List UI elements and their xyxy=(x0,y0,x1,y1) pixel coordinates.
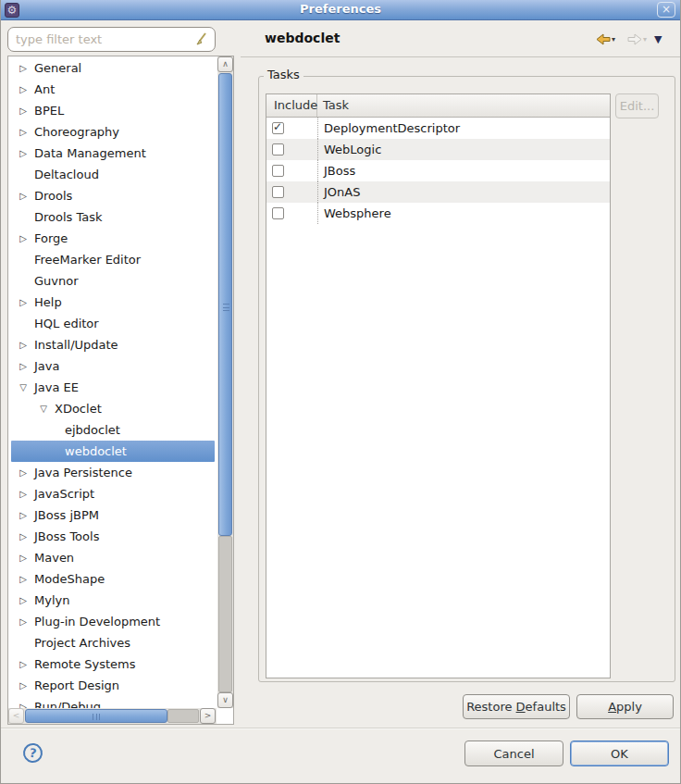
table-row[interactable]: ✓WebLogic xyxy=(266,139,610,160)
tree-item-hql-editor[interactable]: HQL editor xyxy=(11,313,215,334)
tree-item-bpel[interactable]: ▷BPEL xyxy=(11,100,215,121)
tree-item-java-ee[interactable]: ▽Java EE xyxy=(11,377,215,398)
tree-item-label: Drools xyxy=(34,185,72,206)
table-body: ✓DeploymentDescriptor✓WebLogic✓JBoss✓JOn… xyxy=(266,118,610,224)
forward-dropdown-icon[interactable]: ▾ xyxy=(643,35,647,44)
tree-item-java-persistence[interactable]: ▷Java Persistence xyxy=(11,462,215,483)
tree-item-jboss-tools[interactable]: ▷JBoss Tools xyxy=(11,526,215,547)
tree-item-report-design[interactable]: ▷Report Design xyxy=(11,675,215,696)
apply-button[interactable]: Apply xyxy=(576,694,674,719)
scroll-left-icon[interactable]: < xyxy=(8,708,24,724)
include-checkbox[interactable]: ✓ xyxy=(272,122,284,134)
vertical-scrollbar-thumb[interactable] xyxy=(218,73,232,536)
tree-item-xdoclet[interactable]: ▽XDoclet xyxy=(11,398,215,419)
collapse-arrow-icon[interactable]: ▽ xyxy=(39,398,48,419)
scroll-up-icon[interactable]: ∧ xyxy=(217,56,233,72)
expand-arrow-icon[interactable]: ▷ xyxy=(19,696,28,708)
tree-item-java[interactable]: ▷Java xyxy=(11,355,215,377)
scrollbar-grip xyxy=(93,714,100,720)
collapse-arrow-icon[interactable]: ▽ xyxy=(19,377,28,398)
titlebar[interactable]: ⚙ Preferences × xyxy=(1,0,680,20)
forward-button[interactable]: ▾ xyxy=(627,30,647,48)
tree-rows: ▷General▷Ant▷BPEL▷Choreography▷Data Mana… xyxy=(8,56,217,708)
table-row[interactable]: ✓Websphere xyxy=(266,203,610,224)
tree-item-freemarker-editor[interactable]: FreeMarker Editor xyxy=(11,249,215,270)
expand-arrow-icon[interactable]: ▷ xyxy=(19,590,28,611)
tree-item-label: Java EE xyxy=(34,377,79,398)
expand-arrow-icon[interactable]: ▷ xyxy=(19,185,28,206)
tree-item-deltacloud[interactable]: Deltacloud xyxy=(11,164,215,185)
table-row[interactable]: ✓DeploymentDescriptor xyxy=(266,118,610,139)
tree-item-webdoclet[interactable]: webdoclet xyxy=(11,441,215,462)
tree-item-drools[interactable]: ▷Drools xyxy=(11,185,215,206)
column-header-include[interactable]: Include xyxy=(266,94,317,117)
expand-arrow-icon[interactable]: ▷ xyxy=(19,57,28,79)
tree-item-choreography[interactable]: ▷Choreography xyxy=(11,121,215,143)
expand-arrow-icon[interactable]: ▷ xyxy=(19,504,28,526)
tree-item-maven[interactable]: ▷Maven xyxy=(11,547,215,568)
tree-item-drools-task[interactable]: Drools Task xyxy=(11,206,215,228)
tree-item-ant[interactable]: ▷Ant xyxy=(11,79,215,100)
expand-arrow-icon[interactable]: ▷ xyxy=(19,143,28,164)
tree-item-plug-in-development[interactable]: ▷Plug-in Development xyxy=(11,611,215,632)
task-cell: JOnAS xyxy=(317,181,610,203)
view-menu-button[interactable]: ▼ xyxy=(654,30,662,48)
scroll-right-icon[interactable]: > xyxy=(200,708,216,724)
expand-arrow-icon[interactable]: ▷ xyxy=(19,228,28,249)
tree-item-label: Drools Task xyxy=(34,206,103,228)
restore-defaults-button[interactable]: Restore Defaults xyxy=(463,694,570,719)
help-button[interactable]: ? xyxy=(22,742,44,765)
expand-arrow-icon[interactable]: ▷ xyxy=(19,526,28,547)
close-icon[interactable]: × xyxy=(657,2,675,18)
include-checkbox[interactable]: ✓ xyxy=(272,165,284,177)
expand-arrow-icon[interactable]: ▷ xyxy=(19,611,28,632)
tree-horizontal-scrollbar[interactable]: < > xyxy=(8,708,217,724)
back-dropdown-icon[interactable]: ▾ xyxy=(612,35,615,44)
ok-button[interactable]: OK xyxy=(570,740,669,766)
tree-item-forge[interactable]: ▷Forge xyxy=(11,228,215,249)
table-row[interactable]: ✓JBoss xyxy=(266,160,610,181)
expand-arrow-icon[interactable]: ▷ xyxy=(19,355,28,377)
tree-item-run-debug[interactable]: ▷Run/Debug xyxy=(11,696,215,708)
tree-item-general[interactable]: ▷General xyxy=(11,57,215,79)
table-row[interactable]: ✓JOnAS xyxy=(266,181,610,203)
expand-arrow-icon[interactable]: ▷ xyxy=(19,79,28,100)
expand-arrow-icon[interactable]: ▷ xyxy=(19,121,28,143)
tree-item-modeshape[interactable]: ▷ModeShape xyxy=(11,568,215,590)
tree-item-label: Help xyxy=(34,292,62,313)
tree-item-guvnor[interactable]: Guvnor xyxy=(11,270,215,292)
tree-vertical-scrollbar[interactable]: ∧ ∨ xyxy=(217,56,233,708)
horizontal-scrollbar-track[interactable] xyxy=(167,709,199,723)
include-checkbox[interactable]: ✓ xyxy=(272,207,284,219)
scroll-down-icon[interactable]: ∨ xyxy=(217,692,233,708)
tree-item-mylyn[interactable]: ▷Mylyn xyxy=(11,590,215,611)
expand-arrow-icon[interactable]: ▷ xyxy=(19,334,28,355)
tree-item-jboss-jbpm[interactable]: ▷JBoss jBPM xyxy=(11,504,215,526)
back-button[interactable]: ▾ xyxy=(596,30,615,48)
tree-item-project-archives[interactable]: Project Archives xyxy=(11,632,215,653)
clear-filter-icon[interactable] xyxy=(193,31,208,46)
tree-item-javascript[interactable]: ▷JavaScript xyxy=(11,483,215,504)
include-checkbox[interactable]: ✓ xyxy=(272,186,284,198)
tree-item-install-update[interactable]: ▷Install/Update xyxy=(11,334,215,355)
expand-arrow-icon[interactable]: ▷ xyxy=(19,653,28,675)
cancel-button[interactable]: Cancel xyxy=(464,740,563,766)
expand-arrow-icon[interactable]: ▷ xyxy=(19,462,28,483)
tree-item-ejbdoclet[interactable]: ejbdoclet xyxy=(11,419,215,441)
expand-arrow-icon[interactable]: ▷ xyxy=(19,292,28,313)
expand-arrow-icon[interactable]: ▷ xyxy=(19,675,28,696)
expand-arrow-icon[interactable]: ▷ xyxy=(19,483,28,504)
vertical-scrollbar-track[interactable] xyxy=(218,536,232,692)
tree-item-data-management[interactable]: ▷Data Management xyxy=(11,143,215,164)
column-header-task[interactable]: Task xyxy=(317,94,610,117)
edit-button[interactable]: Edit... xyxy=(615,93,659,118)
horizontal-scrollbar-thumb[interactable] xyxy=(25,709,167,723)
expand-arrow-icon[interactable]: ▷ xyxy=(19,568,28,590)
tree-item-remote-systems[interactable]: ▷Remote Systems xyxy=(11,653,215,675)
expand-arrow-icon[interactable]: ▷ xyxy=(19,100,28,121)
preferences-tree: ▷General▷Ant▷BPEL▷Choreography▷Data Mana… xyxy=(7,56,234,725)
search-input[interactable] xyxy=(7,27,216,52)
include-checkbox[interactable]: ✓ xyxy=(272,143,284,156)
tree-item-help[interactable]: ▷Help xyxy=(11,292,215,313)
expand-arrow-icon[interactable]: ▷ xyxy=(19,547,28,568)
